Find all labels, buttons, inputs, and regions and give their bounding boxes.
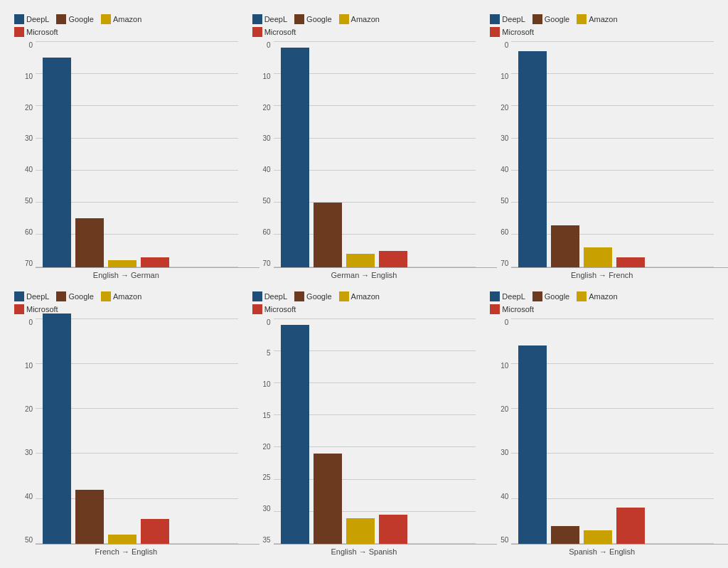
y-tick: 30 xyxy=(263,505,271,513)
y-tick: 50 xyxy=(25,197,33,205)
y-axis: 706050403020100 xyxy=(252,41,274,267)
legend-google: Google xyxy=(56,14,93,24)
bar-amazon xyxy=(584,530,612,544)
y-tick: 5 xyxy=(267,349,271,357)
y-tick: 35 xyxy=(263,536,271,544)
chart-area: 50403020100Spanish → English xyxy=(490,318,714,558)
chart-legend: DeepLGoogleAmazonMicrosoft xyxy=(490,291,714,314)
chart-fr-en: DeepLGoogleAmazonMicrosoft50403020100Fre… xyxy=(7,284,245,562)
bars-and-grid xyxy=(511,41,714,267)
y-tick: 10 xyxy=(25,362,33,370)
y-tick: 10 xyxy=(25,73,33,80)
legend-amazon: Amazon xyxy=(339,291,380,301)
legend-microsoft: Microsoft xyxy=(252,304,296,314)
chart-body: 50403020100 xyxy=(14,318,238,545)
legend-amazon: Amazon xyxy=(101,14,141,24)
chart-en-fr: DeepLGoogleAmazonMicrosoft70605040302010… xyxy=(483,7,721,284)
bar-amazon xyxy=(346,518,375,544)
x-axis-line xyxy=(36,267,259,268)
y-tick: 60 xyxy=(263,228,271,236)
y-tick: 0 xyxy=(505,41,509,49)
y-tick: 30 xyxy=(25,134,33,142)
y-tick: 50 xyxy=(500,536,508,544)
bars-and-grid xyxy=(274,318,476,545)
y-tick: 10 xyxy=(500,73,508,80)
y-axis: 50403020100 xyxy=(14,318,36,545)
chart-body: 35302520151050 xyxy=(252,318,476,545)
y-tick: 10 xyxy=(263,73,271,80)
x-axis-line xyxy=(274,267,498,268)
legend-google: Google xyxy=(532,14,569,24)
bars-row xyxy=(511,318,714,545)
bar-google xyxy=(551,225,579,267)
legend-microsoft: Microsoft xyxy=(252,27,296,37)
legend-microsoft: Microsoft xyxy=(490,304,534,314)
y-tick: 0 xyxy=(28,41,33,49)
bar-google xyxy=(551,526,579,544)
bar-amazon xyxy=(584,247,612,267)
y-tick: 60 xyxy=(500,228,508,236)
y-tick: 70 xyxy=(263,259,271,267)
y-tick: 25 xyxy=(263,473,271,481)
legend-amazon: Amazon xyxy=(101,291,141,301)
y-tick: 0 xyxy=(505,318,509,326)
chart-en-es: DeepLGoogleAmazonMicrosoft35302520151050… xyxy=(245,284,483,562)
chart-area: 706050403020100English → German xyxy=(14,41,238,281)
bar-deepl xyxy=(281,325,309,544)
y-tick: 60 xyxy=(25,228,33,236)
chart-es-en: DeepLGoogleAmazonMicrosoft50403020100Spa… xyxy=(483,284,721,562)
bar-google xyxy=(314,454,342,544)
y-tick: 30 xyxy=(25,449,33,456)
bar-deepl xyxy=(518,345,547,544)
legend-google: Google xyxy=(56,291,93,301)
x-axis-line xyxy=(511,544,728,545)
chart-body: 706050403020100 xyxy=(14,41,238,267)
x-axis-line xyxy=(36,544,259,545)
bar-amazon xyxy=(108,535,136,544)
legend-microsoft: Microsoft xyxy=(490,27,534,37)
legend-deepl: DeepL xyxy=(252,291,287,301)
bar-amazon xyxy=(346,254,375,267)
legend-google: Google xyxy=(294,291,331,301)
y-tick: 40 xyxy=(500,166,508,173)
bar-google xyxy=(75,218,104,267)
chart-body: 50403020100 xyxy=(490,318,714,545)
legend-amazon: Amazon xyxy=(339,14,380,24)
legend-google: Google xyxy=(532,291,569,301)
chart-legend: DeepLGoogleAmazonMicrosoft xyxy=(252,291,476,314)
chart-legend: DeepLGoogleAmazonMicrosoft xyxy=(14,291,238,314)
bar-deepl xyxy=(518,51,547,267)
legend-amazon: Amazon xyxy=(577,291,617,301)
legend-deepl: DeepL xyxy=(14,14,49,24)
chart-legend: DeepLGoogleAmazonMicrosoft xyxy=(490,14,714,37)
y-tick: 50 xyxy=(263,197,271,205)
x-axis-line xyxy=(511,267,728,268)
bar-microsoft xyxy=(141,519,169,544)
legend-google: Google xyxy=(294,14,331,24)
chart-title: French → English xyxy=(14,547,238,557)
chart-area: 706050403020100German → English xyxy=(252,41,476,281)
y-tick: 10 xyxy=(500,362,508,370)
chart-legend: DeepLGoogleAmazonMicrosoft xyxy=(14,14,238,37)
y-tick: 30 xyxy=(500,449,508,456)
chart-legend: DeepLGoogleAmazonMicrosoft xyxy=(252,14,476,37)
bar-amazon xyxy=(108,260,136,267)
bar-microsoft xyxy=(616,508,645,544)
bars-and-grid xyxy=(36,318,238,545)
bars-row xyxy=(36,41,238,267)
y-tick: 40 xyxy=(25,166,33,173)
bar-microsoft xyxy=(379,251,407,267)
y-tick: 10 xyxy=(263,380,271,388)
chart-en-de: DeepLGoogleAmazonMicrosoft70605040302010… xyxy=(7,7,245,284)
bars-row xyxy=(511,41,714,267)
chart-title: Spanish → English xyxy=(490,547,714,557)
charts-grid: DeepLGoogleAmazonMicrosoft70605040302010… xyxy=(0,0,728,568)
legend-amazon: Amazon xyxy=(577,14,617,24)
bars-and-grid xyxy=(36,41,238,267)
bar-microsoft xyxy=(616,257,645,267)
y-tick: 15 xyxy=(263,412,271,419)
y-tick: 40 xyxy=(263,166,271,173)
bar-deepl xyxy=(43,314,71,544)
y-tick: 20 xyxy=(263,443,271,451)
y-tick: 30 xyxy=(500,134,508,142)
